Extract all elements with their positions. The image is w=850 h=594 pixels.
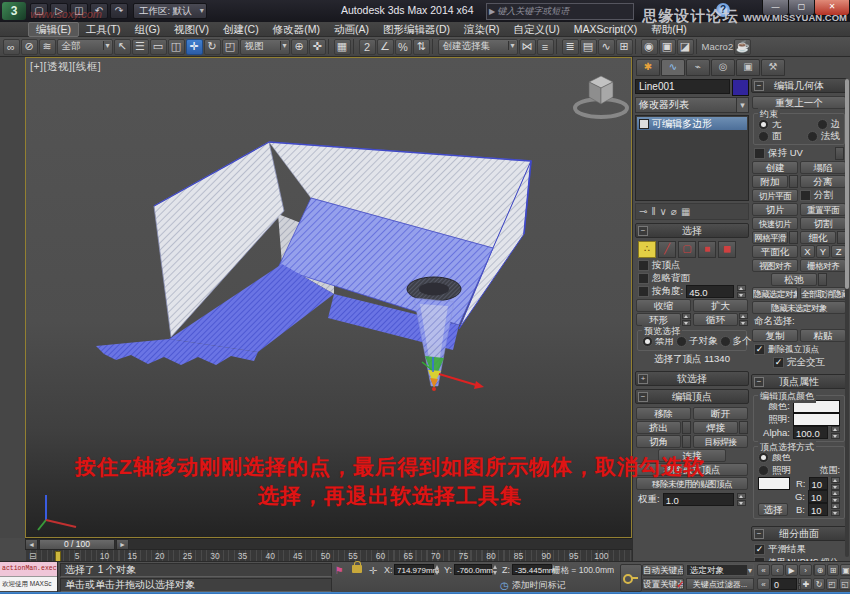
- go-to-start-button[interactable]: «: [757, 578, 770, 590]
- rollout-edit-vertices-header[interactable]: −编辑顶点: [635, 389, 749, 404]
- add-time-tag[interactable]: ◷添加时间标记: [500, 579, 566, 592]
- edge-mode-icon[interactable]: ╱: [658, 241, 676, 258]
- by-vertex-checkbox[interactable]: [638, 260, 649, 271]
- menu-item[interactable]: 组(G): [127, 23, 167, 36]
- tab-modify-icon[interactable]: ∿: [661, 59, 685, 76]
- tab-display-icon[interactable]: ▣: [736, 59, 760, 76]
- y-spinner[interactable]: [492, 564, 500, 576]
- viewport-nav-icon[interactable]: ▣: [840, 564, 850, 576]
- window-crossing-toggle-icon[interactable]: ◫: [168, 39, 185, 55]
- panel-scrollbar[interactable]: [845, 79, 849, 557]
- object-color-swatch[interactable]: [732, 79, 749, 96]
- delete-isolated-vertices-checkbox[interactable]: [754, 344, 765, 355]
- playback-button[interactable]: «: [757, 564, 770, 576]
- loop-spinner[interactable]: [739, 313, 748, 326]
- menu-item[interactable]: 自定义(U): [507, 23, 567, 36]
- open-mini-curve-editor-icon[interactable]: ⊟: [29, 551, 37, 561]
- snaps-toggle-icon[interactable]: 2: [359, 39, 376, 55]
- modifier-stack[interactable]: 可编辑多边形: [635, 115, 749, 201]
- playback-button[interactable]: ▶: [785, 564, 798, 576]
- curve-editor-icon[interactable]: ∿: [598, 39, 615, 55]
- by-angle-checkbox[interactable]: [638, 286, 649, 297]
- unlink-selection-icon[interactable]: ⊘: [21, 39, 38, 55]
- angle-field[interactable]: 45.0: [686, 285, 734, 298]
- range-r-field[interactable]: 10: [809, 477, 829, 490]
- range-g-field[interactable]: 10: [808, 490, 828, 503]
- copy-button[interactable]: 复制: [752, 329, 798, 342]
- render-production-icon[interactable]: ☕: [734, 39, 751, 55]
- menu-item[interactable]: 渲染(R): [457, 23, 507, 36]
- hide-selected-button[interactable]: 隐藏选定对象: [752, 287, 798, 300]
- redo-icon[interactable]: ↷: [110, 3, 128, 19]
- select-and-rotate-icon[interactable]: ↻: [204, 39, 221, 55]
- chamfer-settings-button[interactable]: [682, 435, 691, 448]
- viewport-nav-icon[interactable]: ⊕: [814, 564, 826, 576]
- grid-align-button[interactable]: 栅格对齐: [800, 259, 846, 272]
- menu-item[interactable]: 工具(T): [79, 23, 127, 36]
- chamfer-button[interactable]: 切角: [636, 435, 681, 448]
- x-spinner[interactable]: [434, 564, 442, 576]
- preview-off-radio[interactable]: [642, 336, 653, 347]
- make-planar-button[interactable]: 平面化: [752, 245, 798, 258]
- align-icon[interactable]: ≡: [537, 39, 554, 55]
- rollout-edit-geometry-header[interactable]: −编辑几何体: [751, 78, 847, 93]
- alpha-spinner[interactable]: [831, 426, 840, 439]
- cut-button[interactable]: 切割: [800, 217, 846, 230]
- loop-button[interactable]: 循环: [693, 313, 738, 326]
- stack-tool-icon[interactable]: ‖: [651, 206, 655, 218]
- mirror-icon[interactable]: ⋈: [519, 39, 536, 55]
- isolate-selection-icon[interactable]: ⚑: [332, 564, 346, 577]
- schematic-view-icon[interactable]: ⊞: [616, 39, 633, 55]
- tab-create-icon[interactable]: ✱: [636, 59, 660, 76]
- percent-snap-toggle-icon[interactable]: %: [395, 39, 412, 55]
- x-coordinate-field[interactable]: 714.979mm: [394, 564, 434, 575]
- range-b-spinner[interactable]: [831, 503, 840, 516]
- ring-spinner[interactable]: [682, 313, 691, 326]
- planar-y-button[interactable]: Y: [816, 245, 831, 258]
- relax-settings-button[interactable]: [818, 273, 827, 286]
- panel-scrollbar-thumb[interactable]: [845, 79, 849, 289]
- select-and-move-icon[interactable]: ✛: [186, 39, 203, 55]
- range-b-field[interactable]: 10: [808, 503, 828, 516]
- viewport-nav-icon[interactable]: ↻: [813, 578, 825, 590]
- stack-tool-icon[interactable]: ⊸: [639, 206, 647, 218]
- rollout-vertex-properties-header[interactable]: −顶点属性: [751, 374, 847, 389]
- hide-unselected-button[interactable]: 隐藏未选定对象: [752, 301, 846, 314]
- named-selection-sets-dropdown[interactable]: 创建选择集: [438, 39, 518, 55]
- weight-spinner[interactable]: [737, 493, 746, 506]
- maxscript-mini-listener[interactable]: actionMan.exect 欢迎使用 MAXSc: [0, 562, 58, 592]
- preview-subobj-radio[interactable]: [676, 336, 687, 347]
- element-mode-icon[interactable]: ◼: [718, 241, 736, 258]
- full-interactivity-checkbox[interactable]: [773, 357, 784, 368]
- app-logo-icon[interactable]: 3: [2, 2, 26, 20]
- viewport-nav-icon[interactable]: ⊞: [827, 564, 839, 576]
- object-name-field[interactable]: Line001: [635, 79, 730, 94]
- vertex-mode-icon[interactable]: ∴: [638, 241, 656, 258]
- relax-button[interactable]: 松弛: [771, 273, 817, 286]
- slice-plane-button[interactable]: 切片平面: [752, 189, 798, 202]
- ribbon-toggle-icon[interactable]: ▤: [580, 39, 597, 55]
- select-by-color-button[interactable]: 选择: [758, 503, 788, 516]
- range-g-spinner[interactable]: [831, 490, 840, 503]
- time-slider-next-arrow[interactable]: ►: [116, 539, 129, 550]
- select-and-manipulate-icon[interactable]: ✜: [309, 39, 326, 55]
- attach-settings-button[interactable]: [789, 175, 798, 188]
- create-button[interactable]: 创建: [752, 161, 798, 174]
- select-and-scale-icon[interactable]: ◰: [222, 39, 239, 55]
- msmooth-button[interactable]: 网格平滑: [752, 231, 788, 244]
- y-coordinate-field[interactable]: -760.0mm: [454, 564, 492, 575]
- auto-key-button[interactable]: 自动关键点: [642, 564, 684, 576]
- reference-coordinate-system-dropdown[interactable]: 视图: [240, 39, 290, 55]
- rendered-frame-window-icon[interactable]: ◪: [677, 39, 694, 55]
- tessellate-button[interactable]: 细化: [800, 231, 836, 244]
- select-and-link-icon[interactable]: ∞: [3, 39, 20, 55]
- menu-item[interactable]: 视图(V): [167, 23, 216, 36]
- menu-item[interactable]: 创建(C): [216, 23, 266, 36]
- absolute-mode-icon[interactable]: ✛: [366, 564, 380, 577]
- quickslice-button[interactable]: 快速切片: [752, 217, 798, 230]
- menu-item[interactable]: MAXScript(X): [567, 23, 645, 36]
- menu-item[interactable]: 修改器(M): [266, 23, 327, 36]
- viewport-nav-icon[interactable]: ◱: [839, 578, 850, 590]
- layer-manager-icon[interactable]: ≣: [562, 39, 579, 55]
- track-bar[interactable]: ⊟ 51015202530354045505560657075808590951…: [25, 549, 632, 561]
